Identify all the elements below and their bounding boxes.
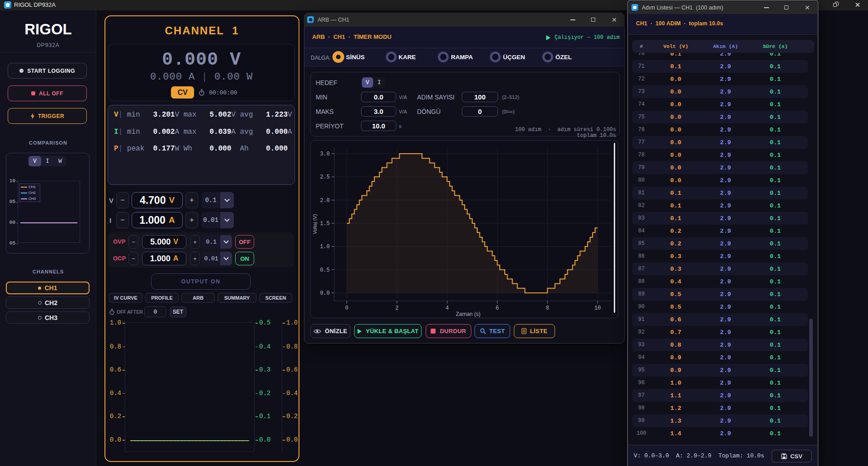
svg-text:Voltaj (V): Voltaj (V) [312,214,318,235]
svg-text:2.0: 2.0 [320,198,330,204]
svg-text:0: 0 [345,305,348,311]
svg-text:8: 8 [546,305,549,311]
svg-text:1.5: 1.5 [320,221,330,227]
svg-text:0.5: 0.5 [320,267,330,273]
svg-text:10: 10 [594,305,601,311]
svg-text:6: 6 [496,305,499,311]
svg-text:2.5: 2.5 [320,174,330,180]
svg-text:3.0: 3.0 [320,151,330,157]
svg-text:Zaman (s): Zaman (s) [456,311,481,317]
svg-text:0.0: 0.0 [320,290,330,297]
svg-text:4: 4 [446,305,449,311]
svg-text:1.0: 1.0 [320,244,330,250]
svg-text:2: 2 [395,305,398,311]
